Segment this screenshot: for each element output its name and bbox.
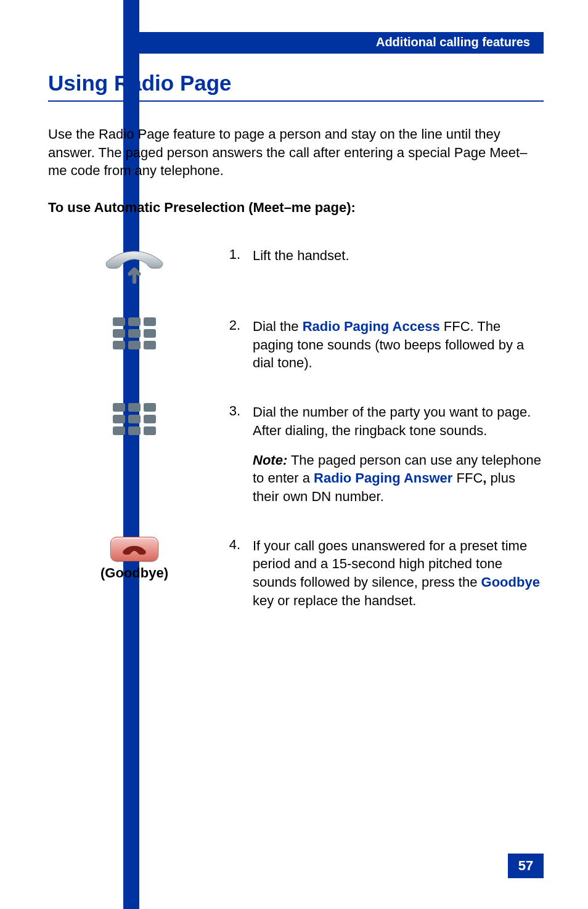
text-segment: Radio Paging Access [303,319,440,334]
step-text: Dial the Radio Paging Access FFC. The pa… [244,317,544,372]
step-note: Note: The paged person can use any telep… [253,451,544,506]
step-number: 3. [221,403,244,505]
step-row: 3.Dial the number of the party you want … [48,403,544,505]
step-number: 1. [221,247,244,287]
step-number: 2. [221,317,244,372]
text-segment: Dial the number of the party you want to… [253,404,531,438]
title-rule [48,100,544,102]
goodbye-button-icon: (Goodbye) [100,537,168,581]
procedure-subhead: To use Automatic Preselection (Meet–me p… [48,200,544,216]
step-icon-column: (Goodbye) [48,537,221,610]
keypad-icon [113,317,156,349]
page-number: 57 [508,854,544,878]
page-content: Using Radio Page Use the Radio Page feat… [48,71,544,640]
step-row: (Goodbye)4.If your call goes unanswered … [48,537,544,610]
step-icon-column [48,247,221,287]
text-segment: Dial the [253,319,303,334]
step-icon-column [48,317,221,372]
text-segment: Goodbye [481,574,540,590]
step-row: 1.Lift the handset. [48,247,544,287]
step-number: 4. [221,537,244,610]
text-segment: Note: [253,452,287,468]
step-text: If your call goes unanswered for a prese… [244,537,544,610]
step-icon-column [48,403,221,505]
goodbye-button-icon-shape [110,537,158,561]
keypad-icon-grid [113,403,156,435]
handset-lift-icon-svg [100,247,168,287]
icon-caption: (Goodbye) [100,565,168,581]
intro-paragraph: Use the Radio Page feature to page a per… [48,125,544,180]
step-text: Lift the handset. [244,247,544,287]
step-text: Dial the number of the party you want to… [244,403,544,505]
keypad-icon [113,403,156,435]
handset-lift-icon [100,247,168,287]
keypad-icon-grid [113,317,156,349]
step-row: 2.Dial the Radio Paging Access FFC. The … [48,317,544,372]
text-segment: Lift the handset. [253,248,349,263]
page-title: Using Radio Page [48,71,544,96]
text-segment: Radio Paging Answer [314,470,452,486]
steps-list: 1.Lift the handset.2.Dial the Radio Pagi… [48,247,544,609]
text-segment: FFC [452,470,483,486]
header-section-title: Additional calling features [376,35,530,49]
text-segment: key or replace the handset. [253,593,416,608]
